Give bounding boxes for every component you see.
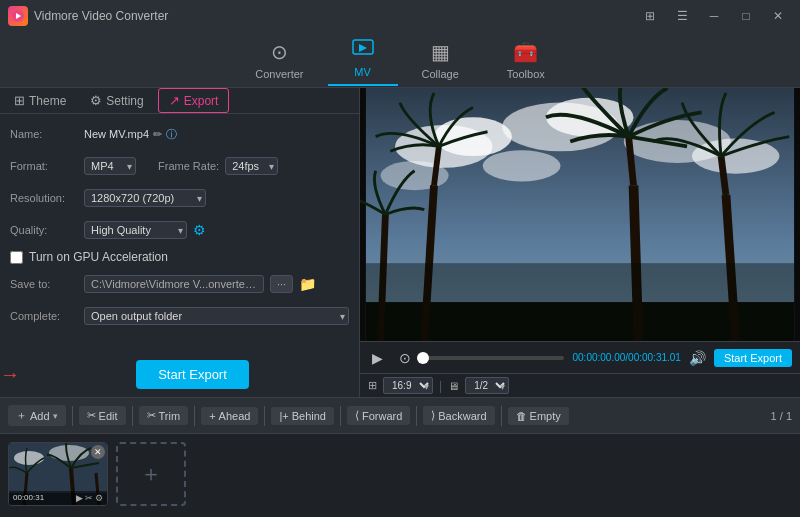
volume-icon[interactable]: 🔊 [689,350,706,366]
ahead-button[interactable]: + Ahead [201,407,258,425]
stop-button[interactable]: ⊙ [395,348,415,368]
arrow-left-icon: → [0,363,20,386]
minimize-btn[interactable]: ─ [700,6,728,26]
nav-collage-label: Collage [422,68,459,80]
time-display: 00:00:00.00/00:00:31.01 [572,352,680,363]
format-row: Format: MP4 MOV AVI Frame Rate: 24fps 30… [10,154,349,178]
thumb-settings-icon[interactable]: ⚙ [95,493,103,503]
empty-button[interactable]: 🗑 Empty [508,407,569,425]
converter-icon: ⊙ [271,40,288,64]
empty-label: Empty [530,410,561,422]
toolbox-icon: 🧰 [513,40,538,64]
behind-label: Behind [292,410,326,422]
saveto-label: Save to: [10,278,78,290]
svg-line-18 [721,156,726,195]
video-scene [360,88,800,341]
trim-label: Trim [159,410,181,422]
info-icon[interactable]: ⓘ [166,127,177,142]
window-controls: ⊞ ☰ ─ □ ✕ [636,6,792,26]
ratio-icon: ⊞ [368,379,377,392]
export-indicator: → Start Export [0,350,359,399]
ratio-select[interactable]: 16:9 4:3 1:1 [383,377,433,394]
thumb-cut-icon[interactable]: ✂ [85,493,93,503]
monitor-icon: 🖥 [448,380,459,392]
file-name: New MV.mp4 [84,128,149,140]
video-preview [360,88,800,341]
subnav-theme[interactable]: ⊞ Theme [4,89,76,112]
browse-path-btn[interactable]: ··· [270,275,293,293]
left-panel: ⊞ Theme ⚙ Setting ↗ Export Name: New MV.… [0,88,360,397]
quality-select[interactable]: High Quality Medium Quality Low Quality [84,221,187,239]
toolbar-sep-3 [194,406,195,426]
backward-button[interactable]: ⟩ Backward [423,406,494,425]
start-export-button[interactable]: Start Export [136,360,249,389]
quality-settings-icon[interactable]: ⚙ [193,222,206,238]
edit-icon[interactable]: ✏ [153,128,162,141]
format-select[interactable]: MP4 MOV AVI [84,157,136,175]
export-small-button[interactable]: Start Export [714,349,792,367]
toolbar-sep-5 [340,406,341,426]
complete-row: Complete: Open output folder Do nothing [10,304,349,328]
behind-button[interactable]: |+ Behind [271,407,334,425]
add-clip-button[interactable]: ＋ [116,442,186,506]
thumb-close-button[interactable]: ✕ [91,445,105,459]
add-plus-icon: ＋ [16,408,27,423]
toolbar-sep-6 [416,406,417,426]
collage-icon: ▦ [431,40,450,64]
subnav-setting[interactable]: ⚙ Setting [80,89,153,112]
timeline-thumb-1: 00:00:31 ▶ ✂ ⚙ ✕ [8,442,108,506]
format-label: Format: [10,160,78,172]
zoom-select[interactable]: 1/2 1/1 2/1 [465,377,509,394]
video-controls-bar: ▶ ⊙ 00:00:00.00/00:00:31.01 🔊 Start Expo… [360,341,800,373]
progress-bar[interactable] [423,356,564,360]
total-time: 00:00:31.01 [628,352,681,363]
ratio-select-wrapper: 16:9 4:3 1:1 [383,377,433,394]
maximize-btn[interactable]: □ [732,6,760,26]
nav-converter-label: Converter [255,68,303,80]
folder-icon[interactable]: 📁 [299,276,316,292]
nav-collage[interactable]: ▦ Collage [398,34,483,86]
edit-label: Edit [99,410,118,422]
forward-button[interactable]: ⟨ Forward [347,406,410,425]
add-button[interactable]: ＋ Add ▾ [8,405,66,426]
trim-button[interactable]: ✂ Trim [139,406,189,425]
ahead-icon: + [209,410,215,422]
sub-navigation: ⊞ Theme ⚙ Setting ↗ Export [0,88,359,114]
quality-select-wrapper: High Quality Medium Quality Low Quality [84,221,187,239]
framerate-label: Frame Rate: [158,160,219,172]
close-btn[interactable]: ✕ [764,6,792,26]
nav-toolbox[interactable]: 🧰 Toolbox [483,34,569,86]
gpu-label: Turn on GPU Acceleration [29,250,168,264]
grid-btn[interactable]: ⊞ [636,6,664,26]
play-button[interactable]: ▶ [368,348,387,368]
toolbar-sep-7 [501,406,502,426]
menu-btn[interactable]: ☰ [668,6,696,26]
thumb-play-icon[interactable]: ▶ [76,493,83,503]
edit-button[interactable]: ✂ Edit [79,406,126,425]
add-chevron-icon: ▾ [53,411,58,421]
nav-converter[interactable]: ⊙ Converter [231,34,327,86]
mv-icon [352,39,374,62]
backward-icon: ⟩ [431,409,435,422]
export-arrow-icon: ↗ [169,93,180,108]
thumb-overlay: 00:00:31 ▶ ✂ ⚙ [9,491,107,505]
framerate-select[interactable]: 24fps 30fps 60fps [225,157,278,175]
quality-label: Quality: [10,224,78,236]
setting-gear-icon: ⚙ [90,93,102,108]
app-logo [8,6,28,26]
resolution-label: Resolution: [10,192,78,204]
gpu-row: Turn on GPU Acceleration [10,250,349,264]
toolbar-sep-2 [132,406,133,426]
right-panel: ▶ ⊙ 00:00:00.00/00:00:31.01 🔊 Start Expo… [360,88,800,397]
subnav-export[interactable]: ↗ Export [158,88,230,113]
nav-mv[interactable]: MV [328,33,398,86]
nav-mv-label: MV [354,66,371,78]
resolution-select[interactable]: 1280x720 (720p) 1920x1080 (1080p) 3840x2… [84,189,206,207]
titlebar: Vidmore Video Converter ⊞ ☰ ─ □ ✕ [0,0,800,32]
gpu-checkbox[interactable] [10,251,23,264]
empty-trash-icon: 🗑 [516,410,527,422]
page-number: 1 / 1 [771,410,792,422]
save-path: C:\Vidmore\Vidmore V...onverter\MV Expor… [84,275,264,293]
name-value-group: New MV.mp4 ✏ ⓘ [84,127,177,142]
complete-select[interactable]: Open output folder Do nothing [84,307,349,325]
